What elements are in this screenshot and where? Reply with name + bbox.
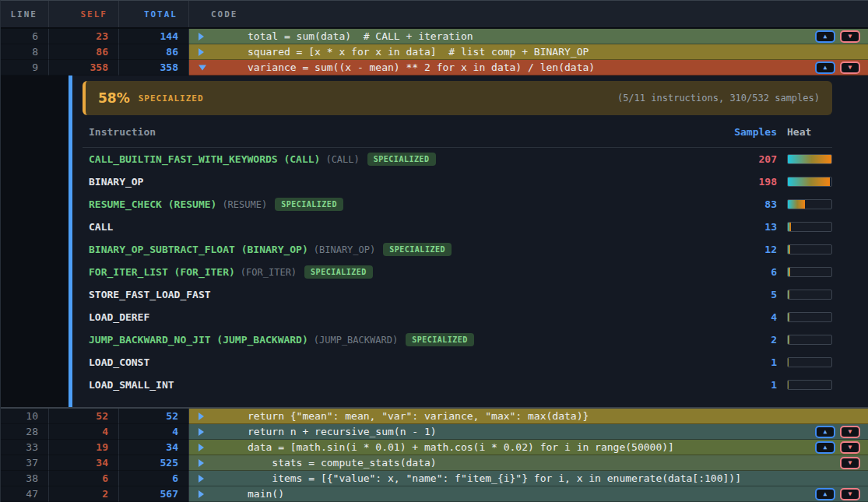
sample-count: 2	[721, 334, 777, 346]
self-samples: 34	[49, 455, 119, 471]
sample-count: 5	[721, 289, 777, 300]
heat-bar-fill	[788, 200, 805, 209]
expand-row-icon[interactable]	[199, 444, 204, 451]
sample-count: 83	[721, 198, 777, 210]
code-cell: data = [math.sin(i * 0.01) + math.cos(i …	[189, 440, 868, 455]
column-header-self: SELF	[49, 1, 119, 27]
sample-count: 4	[721, 311, 777, 323]
instruction-name-group: RESUME_CHECK (RESUME)(RESUME)SPECIALIZED	[83, 198, 721, 211]
code-cell: total = sum(data) # CALL + iteration▲▼	[189, 29, 868, 44]
sample-count: 1	[721, 356, 777, 368]
jump-up-button[interactable]: ▲	[815, 426, 835, 438]
jump-down-button[interactable]: ▼	[840, 441, 860, 454]
specialization-summary: (5/11 instructions, 310/532 samples)	[617, 93, 820, 104]
instruction-name-group: LOAD_SMALL_INT	[83, 379, 721, 391]
self-samples: 19	[49, 440, 119, 455]
sample-count: 6	[721, 266, 777, 278]
heat-bar-fill	[788, 358, 789, 367]
total-samples: 567	[119, 486, 189, 502]
instruction-table-header: Instruction Samples Heat	[83, 117, 832, 148]
heat-bar	[787, 267, 832, 277]
heat-bar	[787, 222, 832, 232]
heat-bar	[787, 177, 832, 187]
heat-bar-fill	[788, 177, 830, 186]
jump-down-button[interactable]: ▼	[840, 426, 860, 438]
instruction-name: FOR_ITER_LIST (FOR_ITER)	[89, 266, 235, 278]
instruction-name: CALL	[89, 221, 113, 233]
line-number: 38	[1, 471, 49, 486]
expand-row-icon[interactable]	[199, 412, 204, 420]
code-text: return {"mean": mean, "var": variance, "…	[189, 410, 589, 422]
heat-bar	[787, 290, 832, 300]
instruction-name-group: JUMP_BACKWARD_NO_JIT (JUMP_BACKWARD)(JUM…	[83, 333, 721, 346]
code-row: 2844return n + recursive_sum(n - 1)▲▼	[1, 424, 868, 440]
specialized-badge: SPECIALIZED	[383, 243, 452, 256]
code-cell: items = [{"value": x, "name": f"item_{i}…	[189, 471, 868, 486]
instruction-row: LOAD_DEREF4	[83, 306, 832, 328]
expand-row-icon[interactable]	[199, 48, 204, 56]
heat-bar-fill	[788, 245, 790, 254]
code-text: total = sum(data) # CALL + iteration	[189, 30, 473, 42]
instruction-name-group: BINARY_OP_SUBTRACT_FLOAT (BINARY_OP)(BIN…	[83, 243, 721, 256]
jump-up-button[interactable]: ▲	[815, 30, 835, 43]
expand-row-icon[interactable]	[199, 428, 204, 436]
code-text: items = [{"value": x, "name": f"item_{i}…	[189, 472, 741, 484]
instruction-base-opcode: (CALL)	[325, 154, 359, 165]
instruction-row: CALL13	[83, 216, 832, 238]
instruction-row: STORE_FAST_LOAD_FAST5	[83, 283, 832, 306]
instruction-row: JUMP_BACKWARD_NO_JIT (JUMP_BACKWARD)(JUM…	[83, 328, 832, 351]
code-rows-bottom: 105252return {"mean": mean, "var": varia…	[1, 407, 868, 502]
code-row: 3866 items = [{"value": x, "name": f"ite…	[1, 471, 868, 486]
code-cell: squared = [x * x for x in data] # list c…	[189, 44, 868, 60]
heat-bar	[787, 357, 832, 367]
self-samples: 23	[49, 29, 119, 44]
row-nav-buttons: ▲▼	[815, 441, 860, 454]
code-cell: main()▲▼	[189, 486, 868, 502]
column-header-line: LINE	[1, 1, 49, 27]
line-number: 33	[1, 440, 49, 455]
line-number: 9	[1, 60, 49, 75]
instruction-base-opcode: (JUMP_BACKWARD)	[314, 335, 398, 346]
specialized-badge: SPECIALIZED	[367, 153, 436, 166]
expand-row-icon[interactable]	[199, 475, 204, 483]
sample-count: 13	[721, 221, 777, 233]
jump-down-button[interactable]: ▼	[840, 457, 860, 469]
instruction-base-opcode: (FOR_ITER)	[241, 267, 297, 278]
line-number: 6	[1, 29, 49, 44]
expand-row-icon[interactable]	[199, 490, 204, 498]
sample-count: 12	[721, 244, 777, 255]
instruction-name-group: STORE_FAST_LOAD_FAST	[83, 289, 721, 300]
profiler-view: LINE SELF TOTAL CODE 623144total = sum(d…	[0, 0, 868, 502]
self-samples: 86	[49, 44, 119, 60]
code-row: 472567main()▲▼	[1, 486, 868, 502]
table-header: LINE SELF TOTAL CODE	[1, 1, 868, 29]
jump-down-button[interactable]: ▼	[840, 30, 860, 43]
jump-down-button[interactable]: ▼	[840, 61, 860, 74]
code-text: data = [math.sin(i * 0.01) + math.cos(i …	[189, 441, 674, 453]
jump-up-button[interactable]: ▲	[815, 61, 835, 74]
line-number: 8	[1, 44, 49, 60]
total-samples: 525	[119, 455, 189, 471]
instruction-row: CALL_BUILTIN_FAST_WITH_KEYWORDS (CALL)(C…	[83, 148, 832, 170]
instruction-row: RESUME_CHECK (RESUME)(RESUME)SPECIALIZED…	[83, 193, 832, 216]
jump-down-button[interactable]: ▼	[840, 488, 860, 500]
heat-bar	[787, 335, 832, 345]
jump-up-button[interactable]: ▲	[815, 441, 835, 454]
jump-up-button[interactable]: ▲	[815, 488, 835, 500]
instruction-row: LOAD_SMALL_INT1	[83, 374, 832, 396]
collapse-row-icon[interactable]	[199, 65, 206, 70]
code-row: 9358358variance = sum((x - mean) ** 2 fo…	[1, 60, 868, 75]
instruction-name-group: BINARY_OP	[83, 176, 721, 188]
expand-row-icon[interactable]	[199, 33, 204, 40]
sample-count: 207	[721, 153, 777, 165]
self-samples: 4	[49, 424, 119, 440]
instruction-name: JUMP_BACKWARD_NO_JIT (JUMP_BACKWARD)	[89, 334, 308, 346]
code-cell: stats = compute_stats(data)▼	[189, 455, 868, 471]
expand-row-icon[interactable]	[199, 459, 204, 467]
specialized-badge: SPECIALIZED	[275, 198, 343, 211]
code-text: return n + recursive_sum(n - 1)	[189, 426, 437, 437]
column-header-heat: Heat	[787, 126, 832, 138]
code-row: 623144total = sum(data) # CALL + iterati…	[1, 29, 868, 44]
self-samples: 52	[49, 409, 119, 424]
instruction-row: BINARY_OP198	[83, 170, 832, 193]
